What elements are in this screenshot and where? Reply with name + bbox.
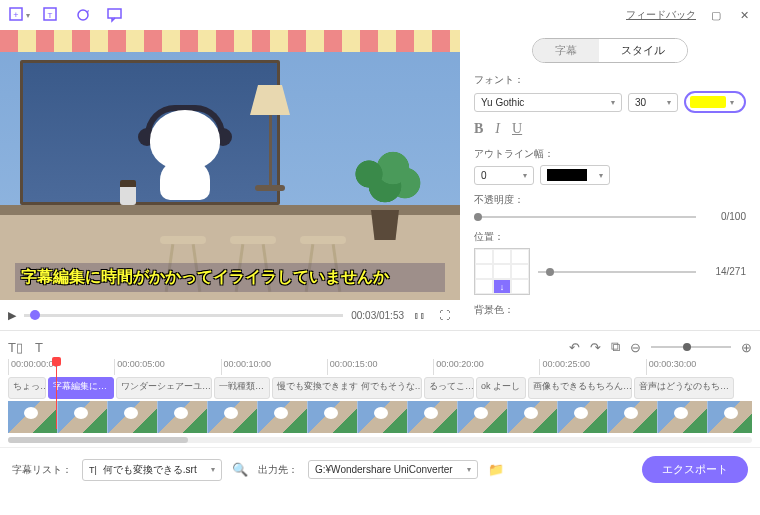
underline-button[interactable]: U [512, 121, 522, 137]
comment-icon[interactable] [104, 4, 126, 26]
close-icon[interactable]: ✕ [736, 7, 752, 23]
tab-style[interactable]: スタイル [599, 39, 687, 62]
outline-color-select[interactable]: ▾ [540, 165, 610, 185]
opacity-value: 0/100 [704, 211, 746, 222]
subtitle-file-select[interactable]: T|何でも変換できる.srt▾ [82, 459, 222, 481]
feedback-link[interactable]: フィードバック [626, 8, 696, 22]
undo-icon[interactable]: ↶ [569, 340, 580, 355]
subtitle-clip[interactable]: 慢でも変換できます 何でもそうな… [272, 377, 422, 399]
subtitle-clip[interactable]: るってこ… [424, 377, 474, 399]
video-thumbnail [58, 401, 108, 433]
subtitle-clip[interactable]: 画像もできるもちろん… [528, 377, 632, 399]
subtitle-overlay: 字幕編集に時間がかかってイライラしていませんか [15, 263, 445, 292]
add-box-icon[interactable]: +▾ [8, 4, 30, 26]
video-preview[interactable]: 字幕編集に時間がかかってイライラしていませんか [0, 30, 460, 300]
output-label: 出力先： [258, 463, 298, 477]
video-thumbnails-track[interactable] [8, 401, 752, 433]
svg-text:+: + [13, 10, 18, 20]
style-panel: 字幕 スタイル フォント： Yu Gothic▾ 30▾ ▾ B I U アウト… [460, 30, 760, 330]
video-thumbnail [608, 401, 658, 433]
subtitle-text: 字幕編集に時間がかかってイライラしていませんか [21, 267, 439, 288]
svg-rect-5 [108, 9, 121, 18]
font-color-picker[interactable]: ▾ [684, 91, 746, 113]
output-path-select[interactable]: G:¥Wondershare UniConverter▾ [308, 460, 478, 479]
subtitle-clip[interactable]: 一戦種類… [214, 377, 270, 399]
zoom-slider[interactable] [651, 346, 731, 348]
video-thumbnail [658, 401, 708, 433]
waveform-icon[interactable]: ⫾⫾ [412, 309, 428, 321]
ruler-tick: 00:00:10:00 [221, 359, 327, 375]
ruler-tick: 00:00:20:00 [433, 359, 539, 375]
footer-bar: 字幕リスト： T|何でも変換できる.srt▾ 🔍 出力先： G:¥Wonders… [0, 447, 760, 491]
outline-label: アウトライン幅： [474, 147, 746, 161]
position-value: 14/271 [704, 266, 746, 277]
video-thumbnail [158, 401, 208, 433]
font-label: フォント： [474, 73, 746, 87]
video-thumbnail [208, 401, 258, 433]
video-thumbnail [358, 401, 408, 433]
fullscreen-icon[interactable]: ⛶ [436, 309, 452, 321]
video-thumbnail [708, 401, 752, 433]
text-block-icon[interactable]: T▯ [8, 340, 23, 355]
font-size-select[interactable]: 30▾ [628, 93, 678, 112]
play-button[interactable]: ▶ [8, 309, 16, 322]
position-slider[interactable] [538, 271, 696, 273]
subtitle-clip[interactable]: 字幕編集に… [48, 377, 114, 399]
svg-point-4 [78, 10, 88, 20]
maximize-icon[interactable]: ▢ [708, 7, 724, 23]
subtitle-list-label: 字幕リスト： [12, 463, 72, 477]
video-thumbnail [508, 401, 558, 433]
subtitle-clip[interactable]: ワンダーシェアーユ… [116, 377, 212, 399]
timeline-ruler[interactable]: 00:00:00:0000:00:05:0000:00:10:0000:00:1… [8, 359, 752, 375]
search-icon[interactable]: 🔍 [232, 462, 248, 477]
ruler-tick: 00:00:00:00 [8, 359, 114, 375]
tab-subtitle[interactable]: 字幕 [533, 39, 599, 62]
ruler-tick: 00:00:15:00 [327, 359, 433, 375]
playback-controls: ▶ 00:03/01:53 ⫾⫾ ⛶ [0, 300, 460, 330]
position-bottom-center[interactable]: ↓ [493, 279, 511, 294]
video-thumbnail [558, 401, 608, 433]
text-tool-icon[interactable]: T [35, 340, 43, 355]
redo-icon[interactable]: ↷ [590, 340, 601, 355]
position-grid[interactable]: ↓ [474, 248, 530, 295]
ruler-tick: 00:00:05:00 [114, 359, 220, 375]
video-thumbnail [408, 401, 458, 433]
title-bar: +▾ T フィードバック ▢ ✕ [0, 0, 760, 30]
panel-tabs: 字幕 スタイル [474, 38, 746, 63]
video-thumbnail [8, 401, 58, 433]
duplicate-icon[interactable]: ⧉ [611, 339, 620, 355]
export-button[interactable]: エクスポート [642, 456, 748, 483]
video-panel: 字幕編集に時間がかかってイライラしていませんか ▶ 00:03/01:53 ⫾⫾… [0, 30, 460, 330]
zoom-out-icon[interactable]: ⊖ [630, 340, 641, 355]
folder-icon[interactable]: 📁 [488, 462, 504, 477]
font-select[interactable]: Yu Gothic▾ [474, 93, 622, 112]
playhead[interactable] [56, 359, 57, 429]
timeline-panel: T▯ T ↶ ↷ ⧉ ⊖ ⊕ 00:00:00:0000:00:05:0000:… [0, 330, 760, 447]
ruler-tick: 00:00:30:00 [646, 359, 752, 375]
subtitle-clip[interactable]: 音声はどうなのもち… [634, 377, 734, 399]
timeline-scrollbar[interactable] [8, 437, 752, 443]
outline-width-select[interactable]: 0▾ [474, 166, 534, 185]
seek-bar[interactable] [24, 314, 343, 317]
time-display: 00:03/01:53 [351, 310, 404, 321]
opacity-slider[interactable] [474, 216, 696, 218]
video-thumbnail [258, 401, 308, 433]
bg-color-label: 背景色： [474, 303, 746, 317]
refresh-icon[interactable] [72, 4, 94, 26]
subtitle-clips-track: ちょっ…字幕編集に…ワンダーシェアーユ…一戦種類…慢でも変換できます 何でもそう… [8, 377, 752, 399]
zoom-in-icon[interactable]: ⊕ [741, 340, 752, 355]
subtitle-clip[interactable]: ちょっ… [8, 377, 46, 399]
opacity-label: 不透明度： [474, 193, 746, 207]
video-thumbnail [308, 401, 358, 433]
add-text-icon[interactable]: T [40, 4, 62, 26]
bold-button[interactable]: B [474, 121, 483, 137]
ruler-tick: 00:00:25:00 [539, 359, 645, 375]
position-label: 位置： [474, 230, 746, 244]
svg-text:T: T [48, 11, 53, 20]
subtitle-clip[interactable]: ok よーし [476, 377, 526, 399]
italic-button[interactable]: I [495, 121, 500, 137]
video-thumbnail [458, 401, 508, 433]
video-thumbnail [108, 401, 158, 433]
